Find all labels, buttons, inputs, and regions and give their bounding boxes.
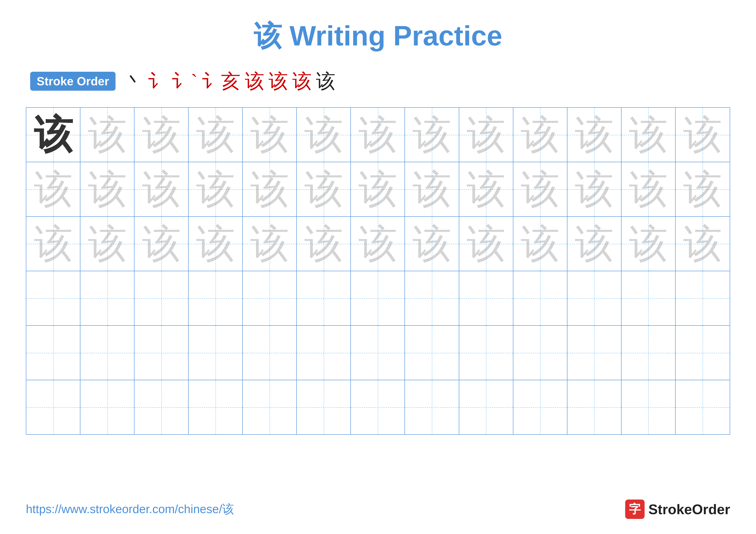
- stroke-step-4: 该: [245, 68, 264, 94]
- grid-cell-4-3[interactable]: [189, 326, 243, 380]
- cell-character: 该: [250, 163, 289, 216]
- grid-cell-3-6[interactable]: [351, 271, 405, 325]
- cell-character: 该: [304, 109, 343, 161]
- grid-cell-2-12[interactable]: 该: [676, 217, 730, 271]
- cell-character: 该: [575, 218, 613, 270]
- grid-cell-0-8[interactable]: 该: [459, 108, 513, 162]
- grid-cell-2-2[interactable]: 该: [134, 217, 189, 271]
- grid-cell-5-9[interactable]: [513, 380, 567, 434]
- grid-cell-0-11[interactable]: 该: [622, 108, 676, 162]
- grid-cell-0-3[interactable]: 该: [189, 108, 243, 162]
- grid-cell-1-11[interactable]: 该: [622, 162, 676, 216]
- cell-character: 该: [250, 218, 289, 270]
- grid-cell-3-5[interactable]: [297, 271, 351, 325]
- grid-cell-5-5[interactable]: [297, 380, 351, 434]
- grid-cell-3-8[interactable]: [459, 271, 513, 325]
- grid-cell-0-1[interactable]: 该: [80, 108, 134, 162]
- grid-cell-0-2[interactable]: 该: [134, 108, 189, 162]
- footer: https://www.strokeorder.com/chinese/该 字 …: [26, 499, 730, 519]
- grid-cell-4-2[interactable]: [134, 326, 189, 380]
- grid-cell-4-4[interactable]: [243, 326, 297, 380]
- grid-cell-3-12[interactable]: [676, 271, 730, 325]
- grid-cell-0-7[interactable]: 该: [405, 108, 459, 162]
- cell-character: 该: [467, 218, 505, 270]
- grid-cell-2-3[interactable]: 该: [189, 217, 243, 271]
- grid-cell-0-10[interactable]: 该: [567, 108, 622, 162]
- grid-cell-1-5[interactable]: 该: [297, 162, 351, 216]
- grid-cell-5-2[interactable]: [134, 380, 189, 434]
- grid-cell-3-4[interactable]: [243, 271, 297, 325]
- grid-cell-4-1[interactable]: [80, 326, 134, 380]
- grid-cell-2-10[interactable]: 该: [567, 217, 622, 271]
- grid-cell-0-4[interactable]: 该: [243, 108, 297, 162]
- grid-cell-5-6[interactable]: [351, 380, 405, 434]
- grid-cell-2-0[interactable]: 该: [26, 217, 80, 271]
- grid-cell-3-7[interactable]: [405, 271, 459, 325]
- grid-cell-1-9[interactable]: 该: [513, 162, 567, 216]
- grid-cell-1-6[interactable]: 该: [351, 162, 405, 216]
- grid-cell-1-12[interactable]: 该: [676, 162, 730, 216]
- grid-row-5: [26, 380, 730, 434]
- grid-cell-5-0[interactable]: [26, 380, 80, 434]
- grid-cell-5-3[interactable]: [189, 380, 243, 434]
- cell-character: 该: [142, 218, 181, 270]
- grid-cell-4-12[interactable]: [676, 326, 730, 380]
- cell-character: 该: [683, 163, 722, 216]
- grid-cell-5-7[interactable]: [405, 380, 459, 434]
- grid-cell-3-11[interactable]: [622, 271, 676, 325]
- grid-cell-4-10[interactable]: [567, 326, 622, 380]
- cell-character: 该: [467, 163, 505, 216]
- grid-cell-4-11[interactable]: [622, 326, 676, 380]
- cell-character: 该: [304, 218, 343, 270]
- grid-cell-5-11[interactable]: [622, 380, 676, 434]
- page-title: 该 Writing Practice: [26, 17, 730, 55]
- grid-cell-1-0[interactable]: 该: [26, 162, 80, 216]
- grid-cell-0-12[interactable]: 该: [676, 108, 730, 162]
- grid-cell-0-0[interactable]: 该: [26, 108, 80, 162]
- grid-cell-4-9[interactable]: [513, 326, 567, 380]
- grid-cell-3-10[interactable]: [567, 271, 622, 325]
- grid-cell-3-2[interactable]: [134, 271, 189, 325]
- grid-cell-2-8[interactable]: 该: [459, 217, 513, 271]
- grid-cell-5-10[interactable]: [567, 380, 622, 434]
- grid-cell-2-11[interactable]: 该: [622, 217, 676, 271]
- grid-cell-4-0[interactable]: [26, 326, 80, 380]
- grid-cell-1-2[interactable]: 该: [134, 162, 189, 216]
- grid-cell-3-3[interactable]: [189, 271, 243, 325]
- grid-cell-0-6[interactable]: 该: [351, 108, 405, 162]
- grid-cell-1-10[interactable]: 该: [567, 162, 622, 216]
- footer-url[interactable]: https://www.strokeorder.com/chinese/该: [26, 501, 234, 517]
- grid-cell-5-4[interactable]: [243, 380, 297, 434]
- grid-cell-1-3[interactable]: 该: [189, 162, 243, 216]
- grid-cell-0-5[interactable]: 该: [297, 108, 351, 162]
- grid-cell-5-1[interactable]: [80, 380, 134, 434]
- cell-character: 该: [196, 163, 235, 216]
- grid-cell-0-9[interactable]: 该: [513, 108, 567, 162]
- grid-cell-1-8[interactable]: 该: [459, 162, 513, 216]
- grid-cell-1-1[interactable]: 该: [80, 162, 134, 216]
- grid-cell-3-1[interactable]: [80, 271, 134, 325]
- grid-cell-2-1[interactable]: 该: [80, 217, 134, 271]
- grid-cell-4-6[interactable]: [351, 326, 405, 380]
- grid-cell-4-8[interactable]: [459, 326, 513, 380]
- grid-cell-3-0[interactable]: [26, 271, 80, 325]
- stroke-step-6: 该: [292, 68, 311, 94]
- grid-cell-2-4[interactable]: 该: [243, 217, 297, 271]
- cell-character: 该: [521, 109, 559, 161]
- grid-row-1: 该该该该该该该该该该该该该: [26, 162, 730, 217]
- cell-character: 该: [413, 218, 451, 270]
- grid-cell-4-5[interactable]: [297, 326, 351, 380]
- grid-cell-2-9[interactable]: 该: [513, 217, 567, 271]
- grid-cell-4-7[interactable]: [405, 326, 459, 380]
- grid-cell-2-5[interactable]: 该: [297, 217, 351, 271]
- logo-icon: 字: [625, 499, 645, 519]
- cell-character: 该: [34, 163, 73, 216]
- grid-cell-5-8[interactable]: [459, 380, 513, 434]
- grid-cell-1-4[interactable]: 该: [243, 162, 297, 216]
- grid-cell-3-9[interactable]: [513, 271, 567, 325]
- grid-cell-1-7[interactable]: 该: [405, 162, 459, 216]
- logo-text: StrokeOrder: [648, 501, 730, 518]
- grid-cell-2-7[interactable]: 该: [405, 217, 459, 271]
- grid-cell-2-6[interactable]: 该: [351, 217, 405, 271]
- grid-cell-5-12[interactable]: [676, 380, 730, 434]
